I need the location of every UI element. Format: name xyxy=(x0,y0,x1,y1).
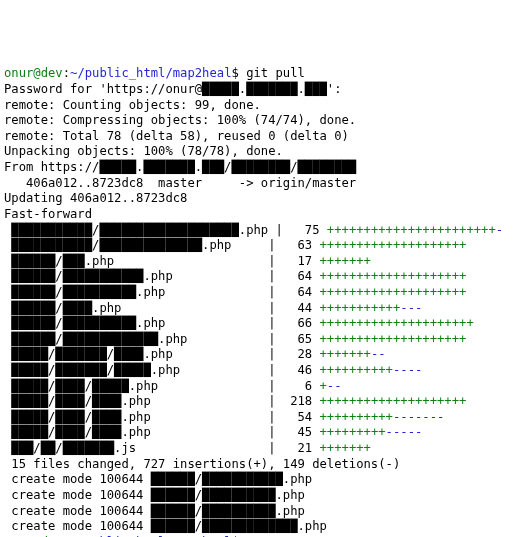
diffstat-row: ███████████/███████████████████.php | 75… xyxy=(4,223,525,239)
create-mode-line: create mode 100644 ██████/█████████████.… xyxy=(4,519,525,535)
updating-line: Updating 406a012..8723dc8 xyxy=(4,191,525,207)
fast-forward: Fast-forward xyxy=(4,207,525,223)
diffstat-row: ██████/████.php | 44 +++++++++++--- xyxy=(4,301,525,317)
summary-line: 15 files changed, 727 insertions(+), 149… xyxy=(4,457,525,473)
remote-count: remote: Counting objects: 99, done. xyxy=(4,98,525,114)
diffstat-row: █████/████/████.php | 218 ++++++++++++++… xyxy=(4,394,525,410)
remote-compress: remote: Compressing objects: 100% (74/74… xyxy=(4,113,525,129)
diffstat-row: ██████/██████████.php | 66 +++++++++++++… xyxy=(4,316,525,332)
diffstat-row: ███████████/██████████████.php | 63 ++++… xyxy=(4,238,525,254)
diffstat-row: ██████/███████████.php | 64 ++++++++++++… xyxy=(4,269,525,285)
diffstat-row: █████/███████/████.php | 28 +++++++-- xyxy=(4,347,525,363)
diffstat-row: ██████/███.php | 17 +++++++ xyxy=(4,254,525,270)
terminal-output: onur@dev:~/public_html/map2heal$ git pul… xyxy=(4,66,525,537)
create-mode-line: create mode 100644 ██████/███████████.ph… xyxy=(4,472,525,488)
password-prompt: Password for 'https://onur@█████.███████… xyxy=(4,82,525,98)
diffstat-row: ███/██/███████.js | 21 +++++++ xyxy=(4,441,525,457)
create-mode-line: create mode 100644 ██████/██████████.php xyxy=(4,488,525,504)
diffstat-row: █████/███████/█████.php | 46 ++++++++++-… xyxy=(4,363,525,379)
branch-line: 406a012..8723dc8 master -> origin/master xyxy=(4,176,525,192)
prompt-line[interactable]: onur@dev:~/public_html/map2heal$ git pul… xyxy=(4,66,525,82)
diffstat-row: █████/████/█████.php | 6 +-- xyxy=(4,379,525,395)
diffstat-row: █████/████/████.php | 54 ++++++++++-----… xyxy=(4,410,525,426)
diffstat-row: ██████/██████████.php | 64 +++++++++++++… xyxy=(4,285,525,301)
create-mode-line: create mode 100644 ██████/██████████.php xyxy=(4,504,525,520)
from-line: From https://█████.███████.███/████████/… xyxy=(4,160,525,176)
diffstat-row: ██████/█████████████.php | 65 ++++++++++… xyxy=(4,332,525,348)
remote-total: remote: Total 78 (delta 58), reused 0 (d… xyxy=(4,129,525,145)
unpack: Unpacking objects: 100% (78/78), done. xyxy=(4,144,525,160)
diffstat-row: █████/████/████.php | 45 +++++++++----- xyxy=(4,425,525,441)
